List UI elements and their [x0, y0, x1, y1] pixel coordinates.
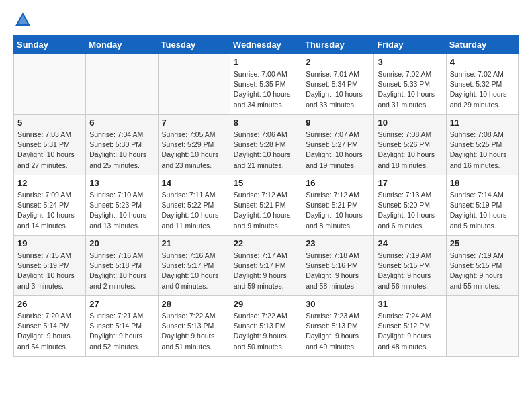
- week-row-5: 26Sunrise: 7:20 AM Sunset: 5:14 PM Dayli…: [14, 296, 519, 357]
- day-cell: 24Sunrise: 7:19 AM Sunset: 5:15 PM Dayli…: [374, 236, 446, 296]
- day-info: Sunrise: 7:08 AM Sunset: 5:26 PM Dayligh…: [378, 130, 442, 171]
- day-cell: 19Sunrise: 7:15 AM Sunset: 5:19 PM Dayli…: [14, 236, 86, 296]
- day-info: Sunrise: 7:18 AM Sunset: 5:16 PM Dayligh…: [306, 250, 370, 291]
- day-number: 22: [234, 238, 298, 248]
- day-cell: 17Sunrise: 7:13 AM Sunset: 5:20 PM Dayli…: [374, 175, 446, 236]
- day-info: Sunrise: 7:02 AM Sunset: 5:33 PM Dayligh…: [378, 69, 442, 110]
- day-number: 20: [89, 238, 154, 248]
- day-cell: 28Sunrise: 7:22 AM Sunset: 5:13 PM Dayli…: [158, 296, 230, 357]
- day-number: 10: [378, 118, 442, 128]
- day-info: Sunrise: 7:24 AM Sunset: 5:12 PM Dayligh…: [378, 311, 442, 352]
- column-header-sunday: Sunday: [14, 36, 86, 54]
- day-cell: 2Sunrise: 7:01 AM Sunset: 5:34 PM Daylig…: [302, 54, 374, 115]
- day-number: 2: [306, 57, 370, 67]
- day-info: Sunrise: 7:16 AM Sunset: 5:18 PM Dayligh…: [89, 250, 154, 291]
- day-number: 27: [89, 299, 154, 309]
- day-cell: 5Sunrise: 7:03 AM Sunset: 5:31 PM Daylig…: [14, 115, 86, 175]
- day-info: Sunrise: 7:23 AM Sunset: 5:13 PM Dayligh…: [306, 311, 370, 352]
- day-cell: 7Sunrise: 7:05 AM Sunset: 5:29 PM Daylig…: [158, 115, 230, 175]
- day-number: 25: [450, 238, 515, 248]
- day-info: Sunrise: 7:09 AM Sunset: 5:24 PM Dayligh…: [17, 190, 82, 231]
- day-number: 23: [306, 238, 370, 248]
- day-info: Sunrise: 7:19 AM Sunset: 5:15 PM Dayligh…: [378, 250, 442, 291]
- day-cell: 27Sunrise: 7:21 AM Sunset: 5:14 PM Dayli…: [86, 296, 158, 357]
- day-number: 24: [378, 238, 442, 248]
- day-info: Sunrise: 7:00 AM Sunset: 5:35 PM Dayligh…: [234, 69, 298, 110]
- day-cell: 25Sunrise: 7:19 AM Sunset: 5:15 PM Dayli…: [446, 236, 518, 296]
- week-row-3: 12Sunrise: 7:09 AM Sunset: 5:24 PM Dayli…: [14, 175, 519, 236]
- day-cell: [446, 296, 518, 357]
- day-cell: 26Sunrise: 7:20 AM Sunset: 5:14 PM Dayli…: [14, 296, 86, 357]
- day-cell: 4Sunrise: 7:02 AM Sunset: 5:32 PM Daylig…: [446, 54, 518, 115]
- logo-icon: [13, 11, 32, 30]
- day-info: Sunrise: 7:22 AM Sunset: 5:13 PM Dayligh…: [234, 311, 298, 352]
- day-info: Sunrise: 7:19 AM Sunset: 5:15 PM Dayligh…: [450, 250, 515, 291]
- day-cell: 10Sunrise: 7:08 AM Sunset: 5:26 PM Dayli…: [374, 115, 446, 175]
- day-cell: 29Sunrise: 7:22 AM Sunset: 5:13 PM Dayli…: [230, 296, 302, 357]
- day-cell: 16Sunrise: 7:12 AM Sunset: 5:21 PM Dayli…: [302, 175, 374, 236]
- day-cell: 13Sunrise: 7:10 AM Sunset: 5:23 PM Dayli…: [86, 175, 158, 236]
- day-number: 6: [89, 118, 154, 128]
- day-info: Sunrise: 7:13 AM Sunset: 5:20 PM Dayligh…: [378, 190, 442, 231]
- day-number: 8: [234, 118, 298, 128]
- day-info: Sunrise: 7:07 AM Sunset: 5:27 PM Dayligh…: [306, 130, 370, 171]
- day-number: 26: [17, 299, 82, 309]
- day-cell: 31Sunrise: 7:24 AM Sunset: 5:12 PM Dayli…: [374, 296, 446, 357]
- day-number: 31: [378, 299, 442, 309]
- column-header-friday: Friday: [374, 36, 446, 54]
- day-cell: [14, 54, 86, 115]
- day-cell: 20Sunrise: 7:16 AM Sunset: 5:18 PM Dayli…: [86, 236, 158, 296]
- day-info: Sunrise: 7:04 AM Sunset: 5:30 PM Dayligh…: [89, 130, 154, 171]
- day-number: 21: [162, 238, 226, 248]
- day-info: Sunrise: 7:15 AM Sunset: 5:19 PM Dayligh…: [17, 250, 82, 291]
- day-cell: 22Sunrise: 7:17 AM Sunset: 5:17 PM Dayli…: [230, 236, 302, 296]
- day-cell: 15Sunrise: 7:12 AM Sunset: 5:21 PM Dayli…: [230, 175, 302, 236]
- day-cell: 18Sunrise: 7:14 AM Sunset: 5:19 PM Dayli…: [446, 175, 518, 236]
- day-info: Sunrise: 7:11 AM Sunset: 5:22 PM Dayligh…: [162, 190, 226, 231]
- day-info: Sunrise: 7:17 AM Sunset: 5:17 PM Dayligh…: [234, 250, 298, 291]
- day-cell: 11Sunrise: 7:08 AM Sunset: 5:25 PM Dayli…: [446, 115, 518, 175]
- day-number: 14: [162, 178, 226, 188]
- column-header-saturday: Saturday: [446, 36, 518, 54]
- day-info: Sunrise: 7:02 AM Sunset: 5:32 PM Dayligh…: [450, 69, 515, 110]
- day-number: 18: [450, 178, 515, 188]
- week-row-4: 19Sunrise: 7:15 AM Sunset: 5:19 PM Dayli…: [14, 236, 519, 296]
- day-number: 19: [17, 238, 82, 248]
- day-info: Sunrise: 7:22 AM Sunset: 5:13 PM Dayligh…: [162, 311, 226, 352]
- column-header-wednesday: Wednesday: [230, 36, 302, 54]
- day-info: Sunrise: 7:12 AM Sunset: 5:21 PM Dayligh…: [234, 190, 298, 231]
- day-cell: 12Sunrise: 7:09 AM Sunset: 5:24 PM Dayli…: [14, 175, 86, 236]
- day-number: 9: [306, 118, 370, 128]
- day-number: 5: [17, 118, 82, 128]
- page-header: [13, 11, 519, 30]
- header-row: SundayMondayTuesdayWednesdayThursdayFrid…: [14, 36, 519, 54]
- day-info: Sunrise: 7:08 AM Sunset: 5:25 PM Dayligh…: [450, 130, 515, 171]
- day-number: 29: [234, 299, 298, 309]
- day-info: Sunrise: 7:06 AM Sunset: 5:28 PM Dayligh…: [234, 130, 298, 171]
- day-number: 11: [450, 118, 515, 128]
- day-number: 1: [234, 57, 298, 67]
- logo: [13, 11, 35, 30]
- day-info: Sunrise: 7:01 AM Sunset: 5:34 PM Dayligh…: [306, 69, 370, 110]
- week-row-1: 1Sunrise: 7:00 AM Sunset: 5:35 PM Daylig…: [14, 54, 519, 115]
- column-header-monday: Monday: [86, 36, 158, 54]
- day-number: 16: [306, 178, 370, 188]
- day-info: Sunrise: 7:16 AM Sunset: 5:17 PM Dayligh…: [162, 250, 226, 291]
- day-cell: 23Sunrise: 7:18 AM Sunset: 5:16 PM Dayli…: [302, 236, 374, 296]
- day-cell: [158, 54, 230, 115]
- day-number: 17: [378, 178, 442, 188]
- day-number: 7: [162, 118, 226, 128]
- day-cell: 14Sunrise: 7:11 AM Sunset: 5:22 PM Dayli…: [158, 175, 230, 236]
- day-cell: [86, 54, 158, 115]
- day-cell: 1Sunrise: 7:00 AM Sunset: 5:35 PM Daylig…: [230, 54, 302, 115]
- day-info: Sunrise: 7:12 AM Sunset: 5:21 PM Dayligh…: [306, 190, 370, 231]
- day-cell: 21Sunrise: 7:16 AM Sunset: 5:17 PM Dayli…: [158, 236, 230, 296]
- day-number: 28: [162, 299, 226, 309]
- day-info: Sunrise: 7:03 AM Sunset: 5:31 PM Dayligh…: [17, 130, 82, 171]
- column-header-thursday: Thursday: [302, 36, 374, 54]
- day-cell: 3Sunrise: 7:02 AM Sunset: 5:33 PM Daylig…: [374, 54, 446, 115]
- day-info: Sunrise: 7:10 AM Sunset: 5:23 PM Dayligh…: [89, 190, 154, 231]
- day-cell: 9Sunrise: 7:07 AM Sunset: 5:27 PM Daylig…: [302, 115, 374, 175]
- calendar-table: SundayMondayTuesdayWednesdayThursdayFrid…: [13, 35, 519, 357]
- day-number: 12: [17, 178, 82, 188]
